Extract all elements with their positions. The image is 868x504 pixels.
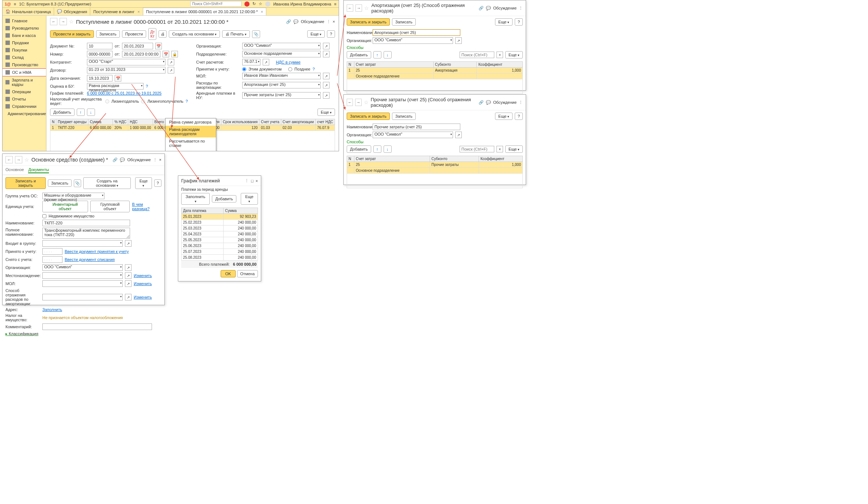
- os-class-link[interactable]: ▸ Классификация: [5, 331, 38, 336]
- tab-discussions[interactable]: 💬 Обсуждения: [54, 8, 90, 15]
- os-create-button[interactable]: Создать на основании: [83, 177, 131, 189]
- open-org-icon[interactable]: ↗: [323, 43, 330, 49]
- os-diff-link[interactable]: В чем разница?: [132, 202, 161, 211]
- add-row-button[interactable]: Добавить: [50, 109, 75, 116]
- os-more-button[interactable]: Еще: [135, 177, 152, 189]
- os-adr-link[interactable]: Заполнить: [42, 307, 62, 312]
- am-tbl-more-button[interactable]: Еще: [505, 51, 523, 58]
- global-search[interactable]: [190, 1, 241, 7]
- am-chat-icon[interactable]: 💬: [486, 6, 491, 11]
- cal3-icon[interactable]: 📅: [115, 75, 121, 82]
- gp-row[interactable]: 25.02.2023240 000,00: [182, 220, 258, 226]
- os-dots-icon[interactable]: ⋮: [153, 158, 157, 162]
- gp-row[interactable]: 25.08.2023240 000,00: [182, 255, 258, 261]
- star-icon[interactable]: ☆: [259, 1, 262, 6]
- pz-search-clear-icon[interactable]: ×: [496, 146, 503, 152]
- cal1-icon[interactable]: 📅: [155, 43, 162, 49]
- os-ingroup-select[interactable]: [42, 240, 123, 247]
- pz-link-icon[interactable]: 🔗: [479, 100, 484, 105]
- os-link-icon[interactable]: 🔗: [113, 158, 118, 162]
- sb-manager[interactable]: Руководителю: [3, 24, 46, 32]
- row-down-icon[interactable]: ↓: [87, 109, 95, 116]
- gp-more-button[interactable]: Еще: [241, 193, 258, 205]
- sb-admin[interactable]: Администрирование: [3, 110, 46, 117]
- os-loc-change[interactable]: Изменить: [134, 273, 152, 278]
- podr-select[interactable]: Основное подразделение: [242, 51, 321, 57]
- os-org-select[interactable]: ООО "Символ": [42, 264, 123, 271]
- history-icon[interactable]: ↻: [252, 1, 256, 6]
- create-based-button[interactable]: Создать на основании: [169, 30, 220, 38]
- link-icon[interactable]: 🔗: [286, 19, 291, 24]
- mol-select[interactable]: Иванов Иван Иванович: [242, 73, 321, 79]
- pz-add-button[interactable]: Добавить: [347, 145, 371, 153]
- pz-star-icon[interactable]: ☆: [364, 99, 369, 105]
- kontragent-select[interactable]: ООО "Старт": [87, 59, 165, 65]
- gp-row[interactable]: 25.01.202392 903,23: [182, 214, 258, 220]
- docno-input[interactable]: [87, 43, 113, 49]
- am-back[interactable]: ←: [347, 4, 353, 12]
- open-arend-icon[interactable]: ↗: [323, 92, 330, 99]
- sb-sales[interactable]: Продажи: [3, 39, 46, 46]
- nav-fwd[interactable]: →: [60, 18, 67, 25]
- disc-label[interactable]: Обсуждение: [301, 19, 324, 24]
- prk-radio1[interactable]: [242, 67, 246, 71]
- os-tab-main[interactable]: Основное: [5, 167, 24, 173]
- gp-row[interactable]: 25.03.2023240 000,00: [182, 226, 258, 231]
- am-save-close-button[interactable]: Записать и закрыть: [347, 18, 390, 26]
- post-button[interactable]: Провести: [122, 30, 146, 38]
- help-button[interactable]: ?: [327, 30, 335, 38]
- os-sor-open-icon[interactable]: ↗: [125, 294, 132, 300]
- fav-star-icon[interactable]: ☆: [69, 19, 74, 24]
- ocenka-select[interactable]: Равна расходам лизингодателя: [87, 83, 144, 90]
- os-ingroup-open-icon[interactable]: ↗: [125, 240, 132, 247]
- am-save-button[interactable]: Записать: [392, 18, 416, 26]
- gp-row[interactable]: 25.05.2023240 000,00: [182, 237, 258, 243]
- gp-close-icon[interactable]: ×: [256, 179, 258, 183]
- pz-name-input[interactable]: [373, 124, 460, 130]
- pz-dots-icon[interactable]: ⋮: [519, 100, 523, 105]
- sb-salary[interactable]: Зарплата и кадры: [3, 76, 46, 88]
- pz-org-open-icon[interactable]: ↗: [455, 132, 462, 138]
- am-name-input[interactable]: [373, 29, 460, 36]
- os-fwd[interactable]: →: [15, 156, 22, 163]
- sb-main[interactable]: Главное: [3, 17, 46, 24]
- open-sch-icon[interactable]: ↗: [263, 59, 269, 65]
- date1-input[interactable]: [122, 43, 153, 49]
- os-loc-select[interactable]: [42, 272, 123, 279]
- os-name-input[interactable]: [42, 220, 130, 226]
- tab-home[interactable]: 🏠 Начальная страница: [3, 8, 54, 15]
- pz-up-icon[interactable]: ↑: [373, 145, 381, 153]
- close-icon[interactable]: ×: [333, 19, 335, 24]
- print-button[interactable]: 🖨 Печать: [222, 30, 250, 38]
- pz-chat-icon[interactable]: 💬: [486, 100, 491, 105]
- save-button[interactable]: Записать: [96, 30, 120, 38]
- chat-icon[interactable]: 💬: [293, 19, 298, 24]
- os-help-button[interactable]: ?: [154, 179, 161, 187]
- arend-select[interactable]: Прочие затраты (счет 25): [242, 92, 321, 99]
- os-star-icon[interactable]: ☆: [24, 157, 29, 163]
- pz-help-button[interactable]: ?: [515, 113, 523, 120]
- os-back[interactable]: ←: [5, 156, 13, 163]
- am-more-button[interactable]: Еще: [495, 18, 513, 26]
- amort-select[interactable]: Апортизация (счет 25): [242, 82, 321, 88]
- user-avatar[interactable]: [265, 1, 270, 7]
- gp-cancel-button[interactable]: Отмена: [237, 270, 258, 277]
- gp-row[interactable]: 25.06.2023240 000,00: [182, 243, 258, 249]
- os-loc-open-icon[interactable]: ↗: [125, 272, 132, 279]
- am-search-clear-icon[interactable]: ×: [496, 52, 503, 58]
- am-link-icon[interactable]: 🔗: [479, 6, 484, 11]
- menu-dots-icon[interactable]: ⋮: [327, 19, 331, 24]
- org-select[interactable]: ООО "Символ": [242, 43, 321, 49]
- os-grp-button[interactable]: Групповой объект: [90, 201, 130, 212]
- end-date-input[interactable]: [87, 75, 113, 82]
- sb-reports[interactable]: Отчеты: [3, 95, 46, 103]
- nav-back[interactable]: ←: [50, 18, 57, 25]
- gp-ok-button[interactable]: OK: [221, 270, 236, 277]
- no-input[interactable]: [87, 51, 113, 57]
- date2-input[interactable]: [122, 51, 160, 57]
- post-close-button[interactable]: Провести и закрыть: [50, 30, 94, 38]
- bell-icon[interactable]: [244, 1, 250, 7]
- os-tab-docs[interactable]: Документы: [28, 167, 49, 173]
- cal2-icon[interactable]: 📅: [163, 51, 169, 57]
- gp-row[interactable]: 25.04.2023240 000,00: [182, 231, 258, 237]
